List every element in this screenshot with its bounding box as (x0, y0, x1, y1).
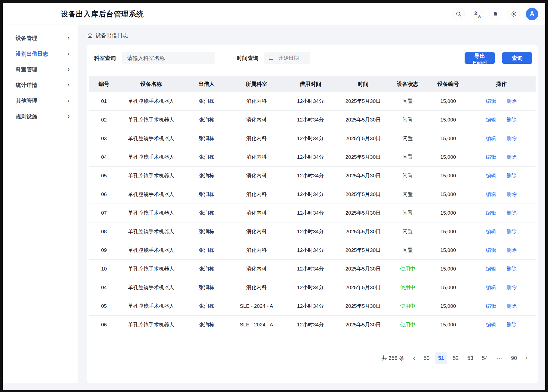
cell-device-name: 单孔腔镜手术机器人 (119, 191, 184, 198)
filter-row: 科室查询 时间查询 开始日期 导出Excel 查询 (87, 45, 538, 64)
cell-id: 09 (89, 247, 119, 253)
calendar-icon (268, 55, 274, 62)
cell-actions: 编辑 删除 (470, 321, 533, 328)
cell-device-name: 单孔腔镜手术机器人 (119, 284, 184, 291)
home-icon (87, 32, 93, 39)
cell-date: 2025年5月30日 (337, 321, 389, 328)
sidebar-item-label: 统计详情 (16, 82, 37, 89)
delete-link[interactable]: 删除 (506, 191, 517, 198)
cell-status: 使用中 (389, 265, 427, 272)
cell-device-name: 单孔腔镜手术机器人 (119, 172, 184, 179)
cell-department: 消化内科 (229, 265, 283, 272)
delete-link[interactable]: 删除 (506, 172, 517, 179)
edit-link[interactable]: 编辑 (486, 321, 496, 328)
pagination-page-52[interactable]: 52 (450, 352, 462, 364)
sidebar-item-link[interactable]: 设备管理 › (3, 30, 78, 46)
edit-link[interactable]: 编辑 (486, 303, 496, 310)
cell-id: 05 (89, 173, 119, 179)
cell-actions: 编辑 删除 (470, 265, 533, 272)
edit-link[interactable]: 编辑 (486, 154, 496, 161)
cell-status: 闲置 (389, 247, 427, 254)
app-window: 设备出入库后台管理系统 文A (3, 3, 545, 390)
pagination: 共 658 条 ‹ 5051525354···90 › (382, 352, 530, 364)
dept-search-input[interactable] (122, 52, 215, 64)
pagination-ellipsis[interactable]: ··· (493, 352, 505, 364)
sidebar-item-link[interactable]: 科室管理 › (3, 62, 78, 77)
cell-lender: 张润栋 (184, 191, 229, 198)
search-button[interactable] (452, 8, 465, 20)
cell-lender: 张润栋 (184, 247, 229, 254)
cell-id: 02 (89, 117, 119, 123)
delete-link[interactable]: 删除 (506, 116, 517, 123)
pagination-next-button[interactable]: › (523, 355, 530, 361)
cell-department: 消化内科 (229, 228, 283, 235)
theme-button[interactable] (508, 8, 520, 20)
sidebar-item-link[interactable]: 统计详情 › (3, 77, 78, 93)
cell-date: 2025年5月30日 (337, 191, 389, 198)
delete-link[interactable]: 删除 (506, 135, 517, 142)
table-row: 03 单孔腔镜手术机器人 张润栋 消化内科 12小时34分 2025年5月30日… (89, 129, 536, 148)
delete-link[interactable]: 删除 (506, 284, 517, 291)
edit-link[interactable]: 编辑 (486, 228, 496, 235)
pagination-page-53[interactable]: 53 (464, 352, 476, 364)
translate-button[interactable]: 文A (471, 8, 483, 20)
pagination-page-51[interactable]: 51 (435, 352, 447, 364)
pagination-page-50[interactable]: 50 (421, 352, 432, 364)
sidebar-item-label: 其他管理 (16, 97, 37, 104)
edit-link[interactable]: 编辑 (486, 135, 496, 142)
sidebar-item-link[interactable]: 规则设施 › (3, 109, 78, 124)
delete-link[interactable]: 删除 (506, 247, 517, 254)
table-body: 01 单孔腔镜手术机器人 张润栋 消化内科 12小时34分 2025年5月30日… (89, 92, 536, 334)
start-date-picker[interactable]: 开始日期 (264, 52, 310, 64)
edit-link[interactable]: 编辑 (486, 209, 496, 217)
query-button[interactable]: 查询 (502, 52, 532, 64)
export-excel-button[interactable]: 导出Excel (465, 52, 495, 64)
cell-department: 消化内科 (229, 191, 283, 198)
cell-status: 闲置 (389, 172, 427, 179)
delete-link[interactable]: 删除 (506, 228, 517, 235)
sidebar: 设备管理 › 设别出借日志 › 科室管理 › 统计详情 › (3, 25, 78, 383)
delete-link[interactable]: 删除 (506, 321, 517, 328)
cell-device-code: 15,000 (427, 285, 470, 290)
cell-duration: 12小时34分 (283, 228, 337, 235)
cell-id: 06 (89, 322, 119, 328)
sidebar-item-active[interactable]: 设别出借日志 › (3, 46, 78, 62)
edit-link[interactable]: 编辑 (486, 116, 496, 123)
cell-device-code: 15,000 (427, 117, 470, 123)
column-header: 设备状态 (389, 80, 427, 88)
cell-department: 消化内科 (229, 116, 283, 123)
chevron-right-icon: › (68, 82, 70, 89)
notifications-button[interactable] (489, 8, 502, 20)
cell-duration: 12小时34分 (283, 98, 337, 105)
cell-status: 使用中 (389, 284, 427, 291)
cell-id: 10 (89, 266, 119, 272)
edit-link[interactable]: 编辑 (486, 98, 496, 105)
cell-duration: 12小时34分 (283, 247, 337, 254)
table-row: 06 单孔腔镜手术机器人 张润栋 SLE - 2024 - A 12小时34分 … (89, 316, 536, 334)
sidebar-item-link[interactable]: 其他管理 › (3, 93, 78, 109)
edit-link[interactable]: 编辑 (486, 191, 496, 198)
pagination-page-54[interactable]: 54 (479, 352, 491, 364)
cell-status: 使用中 (389, 321, 427, 328)
screen-frame: 设备出入库后台管理系统 文A (0, 0, 548, 392)
pagination-prev-button[interactable]: ‹ (410, 355, 418, 361)
cell-actions: 编辑 删除 (470, 98, 533, 105)
cell-lender: 张润栋 (184, 135, 229, 142)
delete-link[interactable]: 删除 (506, 98, 517, 105)
table-row: 04 单孔腔镜手术机器人 张润栋 消化内科 12小时34分 2025年5月30日… (89, 148, 536, 167)
cell-device-name: 单孔腔镜手术机器人 (119, 303, 184, 310)
cell-date: 2025年5月30日 (337, 228, 389, 235)
delete-link[interactable]: 删除 (506, 209, 517, 217)
delete-link[interactable]: 删除 (506, 303, 517, 310)
edit-link[interactable]: 编辑 (486, 247, 496, 254)
delete-link[interactable]: 删除 (506, 154, 517, 161)
cell-duration: 12小时34分 (283, 154, 337, 161)
edit-link[interactable]: 编辑 (486, 284, 496, 291)
breadcrumb-label: 设备出借日志 (96, 32, 128, 39)
user-avatar[interactable]: A (526, 8, 538, 20)
pagination-page-90[interactable]: 90 (508, 352, 520, 364)
edit-link[interactable]: 编辑 (486, 172, 496, 179)
delete-link[interactable]: 删除 (506, 265, 517, 272)
edit-link[interactable]: 编辑 (486, 265, 496, 272)
app-title: 设备出入库后台管理系统 (61, 9, 144, 19)
